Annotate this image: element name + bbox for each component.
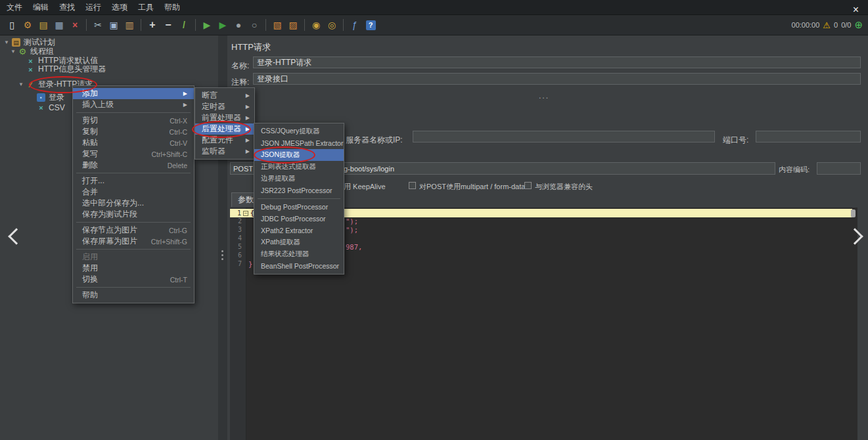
- line-number: 6: [230, 252, 242, 259]
- page-title: HTTP请求: [231, 41, 271, 53]
- menu-search[interactable]: 查找: [54, 0, 80, 14]
- menu-item-json-extractor[interactable]: JSON提取器: [254, 149, 344, 161]
- function-helper-icon[interactable]: ƒ: [348, 18, 361, 32]
- menu-item-listeners[interactable]: 监听器 ▶: [195, 146, 254, 157]
- menu-item-save-selection-as[interactable]: 选中部分保存为...: [73, 198, 194, 209]
- menu-item-boundary-extractor[interactable]: 边界提取器: [254, 173, 344, 185]
- menu-item-cut[interactable]: 剪切 Ctrl-X: [73, 115, 194, 126]
- browser-headers-checkbox[interactable]: [524, 182, 532, 189]
- multipart-checkbox[interactable]: [409, 182, 416, 189]
- menu-item-config-elements[interactable]: 配置元件 ▶: [195, 135, 254, 146]
- menu-item-debug-postprocessor[interactable]: Debug PostProcessor: [254, 201, 344, 213]
- shutdown-icon[interactable]: ○: [248, 18, 261, 32]
- splitter-handle-icon[interactable]: [221, 250, 223, 260]
- menu-item-merge[interactable]: 合并: [73, 187, 194, 198]
- menu-options[interactable]: 选项: [106, 0, 133, 14]
- menu-item-result-status-handler[interactable]: 结果状态处理器: [254, 248, 344, 260]
- menu-item-label: 粘贴: [82, 137, 98, 148]
- close-window-button[interactable]: ×: [853, 5, 859, 14]
- code-fold-icon[interactable]: −: [243, 211, 248, 216]
- cut-icon[interactable]: ✂: [91, 18, 104, 32]
- menu-item-post-processors[interactable]: 后置处理器 ▶: [195, 123, 254, 135]
- menu-item-save-node-as-image[interactable]: 保存节点为图片 Ctrl-G: [73, 225, 194, 236]
- browser-headers-label: 与浏览器兼容的头: [535, 182, 593, 192]
- comment-label: 注释:: [231, 77, 249, 88]
- menu-item-timers[interactable]: 定时器 ▶: [195, 101, 254, 112]
- menu-item-label: XPath2 Extractor: [261, 227, 313, 234]
- menu-run[interactable]: 运行: [80, 0, 106, 14]
- menu-item-xpath2-extractor[interactable]: XPath2 Extractor: [254, 225, 344, 236]
- menu-item-save-as-test-fragment[interactable]: 保存为测试片段: [73, 209, 194, 220]
- toggle-icon[interactable]: /: [177, 18, 191, 32]
- menu-item-jsr223-postprocessor[interactable]: JSR223 PostProcessor: [254, 185, 344, 196]
- menu-file[interactable]: 文件: [1, 0, 28, 14]
- save-icon[interactable]: ▦: [53, 18, 66, 32]
- encoding-input[interactable]: [817, 162, 861, 175]
- menu-item-insert-parent[interactable]: 插入上级 ▶: [73, 99, 194, 110]
- paste-icon[interactable]: ▥: [123, 18, 136, 32]
- test-plan-icon: ▤: [12, 38, 20, 47]
- warning-count: 0: [834, 21, 838, 29]
- new-file-icon[interactable]: ▯: [5, 18, 18, 32]
- name-input[interactable]: 登录-HTTP请求: [253, 56, 861, 68]
- menu-item-toggle[interactable]: 切换 Ctrl-T: [73, 274, 194, 285]
- menu-item-beanshell-postprocessor[interactable]: BeanShell PostProcessor: [254, 260, 344, 272]
- menu-separator: [76, 112, 191, 113]
- menu-item-xpath-extractor[interactable]: XPath提取器: [254, 236, 344, 248]
- menu-item-css-jquery-extractor[interactable]: CSS/JQuery提取器: [254, 125, 344, 137]
- menu-item-label: 保存节点为图片: [82, 225, 137, 236]
- editor-scrollbar-thumb[interactable]: [851, 209, 856, 217]
- menu-item-label: 保存屏幕为图片: [82, 236, 137, 247]
- copy-icon[interactable]: ▣: [107, 18, 120, 32]
- clear-icon[interactable]: ▧: [271, 18, 284, 32]
- expand-arrow-icon[interactable]: ▼: [18, 81, 24, 87]
- collapse-all-icon[interactable]: −: [162, 18, 175, 32]
- help-icon[interactable]: ?: [366, 20, 376, 30]
- menu-item-label: 选中部分保存为...: [82, 198, 144, 209]
- expand-arrow-icon[interactable]: ▼: [4, 39, 9, 45]
- menu-item-save-screen-as-image[interactable]: 保存屏幕为图片 Ctrl+Shift-G: [73, 236, 194, 247]
- log-warning-icon[interactable]: ⚠: [823, 20, 831, 30]
- tree-item-login-result[interactable]: ▪ 登录: [37, 93, 64, 102]
- thread-group-icon: ⚙: [18, 47, 27, 56]
- collapse-handle[interactable]: ...: [524, 91, 564, 100]
- menu-item-paste[interactable]: 粘贴 Ctrl-V: [73, 137, 194, 148]
- comment-input[interactable]: 登录接口: [253, 73, 861, 85]
- menu-item-json-jmespath-extractor[interactable]: JSON JMESPath Extractor: [254, 137, 344, 149]
- menu-help[interactable]: 帮助: [159, 0, 185, 14]
- search-icon[interactable]: ◉: [309, 18, 323, 32]
- stop-icon[interactable]: ●: [232, 18, 245, 32]
- code-fragment: ");: [346, 217, 358, 225]
- method-select[interactable]: POST: [230, 162, 256, 175]
- port-input[interactable]: [756, 131, 861, 143]
- menu-item-label: 保存为测试片段: [82, 209, 137, 220]
- menu-separator: [76, 249, 191, 250]
- close-file-icon[interactable]: ×: [68, 18, 81, 32]
- expand-arrow-icon[interactable]: ▼: [11, 49, 16, 55]
- menu-item-regex-extractor[interactable]: 正则表达式提取器: [254, 161, 344, 173]
- menu-item-help[interactable]: 帮助: [73, 290, 194, 301]
- code-fragment: 987,: [346, 243, 362, 251]
- toolbar-separator: [195, 19, 196, 31]
- menu-edit[interactable]: 编辑: [28, 0, 54, 14]
- search-reset-icon[interactable]: ◎: [325, 18, 338, 32]
- menu-item-duplicate[interactable]: 复写 Ctrl+Shift-C: [73, 148, 194, 160]
- remote-start-icon[interactable]: ▶: [216, 18, 229, 32]
- menu-item-assertions[interactable]: 断言 ▶: [195, 90, 254, 101]
- menu-item-copy[interactable]: 复制 Ctrl-C: [73, 126, 194, 137]
- menu-item-pre-processors[interactable]: 前置处理器 ▶: [195, 112, 254, 123]
- server-name-input[interactable]: [413, 131, 715, 143]
- expand-all-icon[interactable]: +: [146, 18, 159, 32]
- menu-tools[interactable]: 工具: [133, 0, 159, 14]
- tree-item-http-header-manager[interactable]: × HTTP信息头管理器: [26, 64, 106, 74]
- menu-item-add[interactable]: 添加 ▶: [73, 88, 194, 99]
- menu-item-open[interactable]: 打开...: [73, 175, 194, 187]
- menu-item-delete[interactable]: 删除 Delete: [73, 160, 194, 171]
- menu-item-disable[interactable]: 禁用: [73, 263, 194, 274]
- tree-item-csv[interactable]: × CSV: [37, 102, 65, 112]
- menu-item-jdbc-postprocessor[interactable]: JDBC PostProcessor: [254, 213, 344, 225]
- clear-all-icon[interactable]: ▨: [286, 18, 300, 32]
- open-file-icon[interactable]: ▤: [37, 18, 50, 32]
- start-icon[interactable]: ▶: [200, 18, 214, 32]
- templates-icon[interactable]: ⚙: [21, 18, 34, 32]
